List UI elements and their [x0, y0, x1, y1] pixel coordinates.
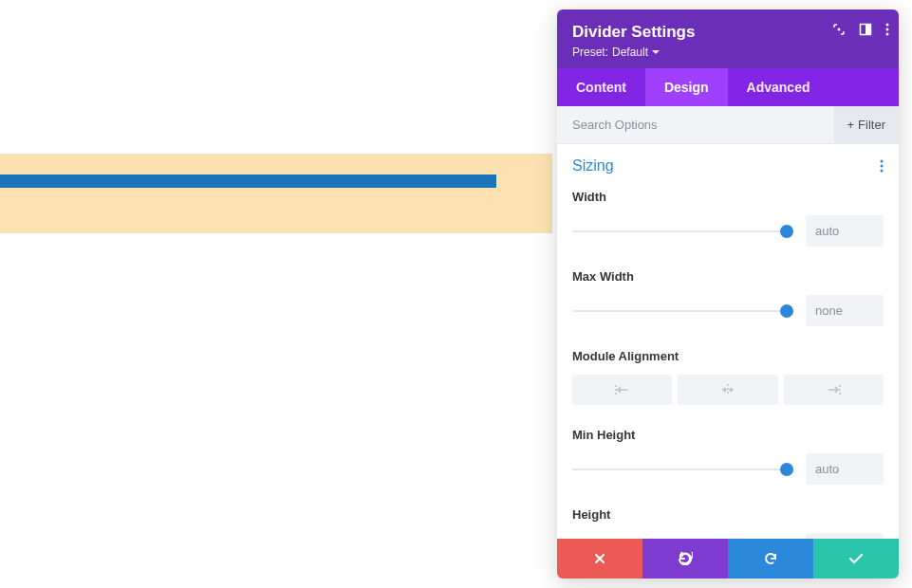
- canvas-section: [0, 154, 552, 233]
- undo-icon-real: [678, 551, 693, 566]
- height-input[interactable]: [806, 533, 884, 539]
- width-label: Width: [572, 190, 884, 204]
- align-right-icon: [825, 383, 842, 396]
- panel-footer: [557, 539, 899, 579]
- height-label: Height: [572, 507, 884, 522]
- align-center-button[interactable]: [678, 375, 777, 405]
- svg-point-7: [881, 165, 884, 168]
- search-input[interactable]: [572, 106, 834, 143]
- alignment-label: Module Alignment: [572, 349, 884, 363]
- filter-button[interactable]: + Filter: [834, 106, 899, 143]
- svg-point-0: [838, 28, 841, 31]
- confirm-button[interactable]: [813, 539, 899, 579]
- plus-icon: +: [847, 118, 855, 132]
- divider-preview: [0, 175, 496, 188]
- preset-value: Default: [612, 46, 648, 59]
- filter-label: Filter: [858, 118, 885, 132]
- field-alignment: Module Alignment: [572, 349, 884, 405]
- tab-content[interactable]: Content: [557, 68, 645, 106]
- slider-thumb[interactable]: [780, 304, 793, 318]
- field-height: Height: [572, 507, 884, 539]
- preset-selector[interactable]: Preset: Default: [572, 46, 884, 59]
- snap-icon[interactable]: [859, 23, 872, 36]
- expand-icon[interactable]: [832, 23, 846, 36]
- svg-point-3: [886, 24, 889, 27]
- header-icons: [832, 23, 889, 36]
- width-input[interactable]: [806, 215, 884, 247]
- align-left-icon: [614, 383, 631, 396]
- panel-header: Divider Settings Preset: Default: [557, 9, 899, 68]
- tab-advanced[interactable]: Advanced: [728, 68, 829, 106]
- max-width-label: Max Width: [572, 269, 884, 284]
- panel-body[interactable]: Sizing Width Max Width: [557, 144, 899, 539]
- preset-prefix: Preset:: [572, 46, 608, 59]
- svg-point-5: [886, 33, 889, 36]
- min-height-slider[interactable]: [572, 462, 792, 477]
- tabs: Content Design Advanced: [557, 68, 899, 106]
- max-width-slider[interactable]: [572, 303, 792, 319]
- align-right-button[interactable]: [784, 375, 884, 405]
- cancel-button[interactable]: [557, 539, 642, 579]
- settings-panel: Divider Settings Preset: Default: [557, 9, 899, 579]
- slider-thumb[interactable]: [780, 463, 793, 476]
- section-header: Sizing: [572, 157, 884, 175]
- min-height-input[interactable]: [806, 453, 884, 485]
- close-icon: [594, 553, 605, 564]
- check-icon: [848, 553, 864, 564]
- width-slider[interactable]: [572, 224, 792, 239]
- svg-point-8: [881, 170, 884, 173]
- min-height-label: Min Height: [572, 428, 884, 442]
- redo-icon: [763, 551, 778, 566]
- caret-down-icon: [652, 50, 660, 55]
- search-bar: + Filter: [557, 106, 899, 144]
- field-width: Width: [572, 190, 884, 247]
- slider-thumb[interactable]: [780, 225, 793, 238]
- section-menu-icon[interactable]: [880, 159, 884, 173]
- max-width-input[interactable]: [806, 295, 884, 326]
- align-center-icon: [719, 383, 736, 396]
- tab-design[interactable]: Design: [645, 68, 728, 106]
- section-title[interactable]: Sizing: [572, 157, 614, 175]
- redo-button[interactable]: [728, 539, 813, 579]
- svg-point-4: [886, 28, 889, 31]
- kebab-menu-icon[interactable]: [885, 23, 889, 36]
- field-max-width: Max Width: [572, 269, 884, 326]
- field-min-height: Min Height: [572, 428, 884, 485]
- align-left-button[interactable]: [572, 375, 672, 405]
- svg-point-6: [881, 160, 884, 163]
- svg-rect-2: [865, 25, 871, 35]
- undo-button[interactable]: [642, 539, 728, 579]
